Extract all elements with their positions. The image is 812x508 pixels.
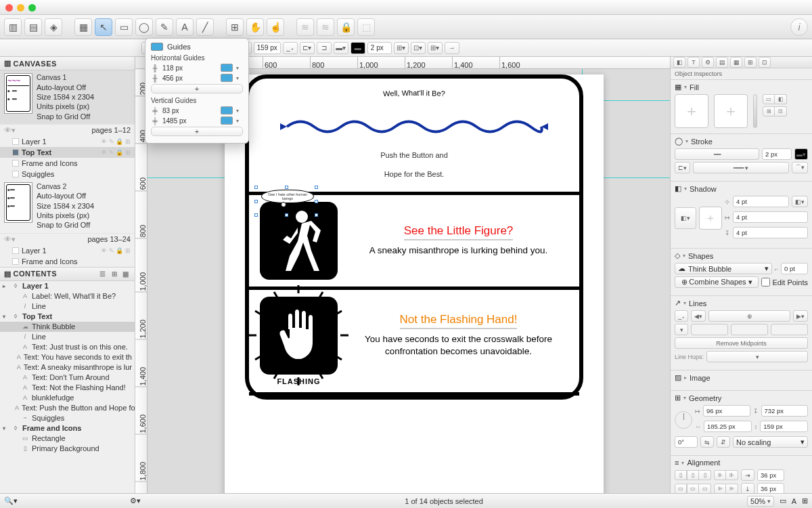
- tool-contents-icon[interactable]: ▤: [24, 18, 42, 36]
- shadow-color[interactable]: ＋: [699, 207, 722, 230]
- guide-color-swatch[interactable]: [151, 43, 163, 51]
- outline-item[interactable]: ▾◊Frame and Icons: [0, 423, 135, 433]
- text-tool-icon[interactable]: A: [792, 497, 796, 505]
- tab-grid-icon[interactable]: ⊞: [744, 57, 757, 68]
- tool-shape-icon[interactable]: ◯: [135, 18, 153, 36]
- layer-item[interactable]: Frame and Icons: [0, 158, 135, 169]
- tool-style-icon[interactable]: ▦: [74, 18, 92, 36]
- line-type-icon[interactable]: ⎯▾: [675, 310, 688, 322]
- fmt-cap-icon[interactable]: ⊐: [317, 42, 332, 54]
- add-guide-button[interactable]: +: [151, 127, 243, 136]
- layer-item[interactable]: Top Text👁 ✎ 🔒 ⊞: [0, 147, 135, 158]
- tab-stencil-icon[interactable]: ⊡: [759, 57, 771, 68]
- canvas-page[interactable]: Well, What'll it Be? Push the Button and…: [225, 75, 604, 493]
- fmt-opt2-icon[interactable]: ⊡▾: [411, 42, 426, 54]
- tool-grid-icon[interactable]: ⊞: [226, 18, 244, 36]
- outline-item[interactable]: AText: You have seconds to exit th: [0, 352, 135, 362]
- spacing-v-icon[interactable]: ⤓: [741, 483, 754, 493]
- spacing-v-field[interactable]: 36 px: [757, 483, 784, 493]
- tool-text-icon[interactable]: A: [176, 18, 194, 36]
- outline-item[interactable]: ALabel: Well, What'll it Be?: [0, 291, 135, 301]
- guide-row[interactable]: ╫118 px▾: [151, 64, 243, 72]
- stroke-width-field[interactable]: 2 px: [762, 148, 792, 160]
- corner-field[interactable]: 0 pt: [781, 263, 808, 274]
- minimize-icon[interactable]: [17, 4, 24, 12]
- tool-pen-icon[interactable]: ✎: [156, 18, 173, 36]
- geo-x-field[interactable]: 96 px: [703, 405, 750, 417]
- selection-handles[interactable]: [256, 187, 317, 215]
- stroke-pos-icon[interactable]: ⊏▾: [675, 162, 690, 173]
- guide-color-icon[interactable]: [221, 106, 233, 114]
- tab-prop-icon[interactable]: ⚙: [702, 57, 714, 68]
- fill-swatch[interactable]: ＋: [714, 94, 748, 128]
- outline-item[interactable]: AText: A sneaky misanthrope is lur: [0, 362, 135, 373]
- sign-frame[interactable]: Well, What'll it Be? Push the Button and…: [245, 75, 583, 400]
- fmt-seg-icon[interactable]: ⎯▾: [283, 42, 298, 54]
- guide-row[interactable]: ╪1485 px▾: [151, 117, 243, 125]
- zoom-icon[interactable]: [28, 4, 36, 12]
- tool-line-icon[interactable]: ╱: [196, 18, 214, 36]
- geo-w-field[interactable]: 185.25 px: [704, 421, 752, 432]
- canvas-item-1[interactable]: ~~~▪ ━▪ ━ Canvas 1 Auto-layout Off Size …: [0, 70, 135, 125]
- tool-rect-icon[interactable]: ▭: [115, 18, 133, 36]
- spacing-h-field[interactable]: 36 px: [757, 469, 784, 481]
- guide-color-icon[interactable]: [221, 117, 233, 125]
- outline-item[interactable]: ▾◊Top Text: [0, 312, 135, 322]
- traffic-lights[interactable]: [5, 4, 36, 12]
- layer-item[interactable]: Layer 1👁 ✎ 🔒 ⊞: [0, 136, 135, 147]
- tool-back-icon[interactable]: ≋: [317, 18, 334, 36]
- add-icon-statusbar[interactable]: ⊞: [802, 496, 808, 505]
- line-mid-icon[interactable]: ⊕: [708, 310, 790, 322]
- shape-picker[interactable]: ☁Think Bubble▾: [675, 263, 772, 274]
- shadow-dy-field[interactable]: 4 pt: [733, 227, 808, 238]
- tool-info-icon[interactable]: i: [790, 18, 808, 36]
- shadow-blur-field[interactable]: 4 pt: [733, 196, 789, 207]
- shadow-opt[interactable]: ◧▾: [792, 196, 808, 207]
- tab-canvas-icon[interactable]: ▤: [716, 57, 728, 68]
- layer-item[interactable]: Layer 1👁 ✎ 🔒 ⊞: [0, 245, 135, 256]
- fmt-opt3-icon[interactable]: ⊞▾: [428, 42, 443, 54]
- hand-pictogram[interactable]: [260, 297, 338, 375]
- outline-item[interactable]: /Line: [0, 301, 135, 312]
- rotation-dial[interactable]: [675, 411, 692, 429]
- view-grid-icon[interactable]: ⊞: [110, 269, 119, 278]
- canvas-item-2[interactable]: ▪━▪━▪━ Canvas 2 Auto-layout Off Size 158…: [0, 179, 135, 234]
- scaling-dd[interactable]: No scaling▾: [733, 436, 808, 448]
- tool-canvases-icon[interactable]: ▥: [4, 18, 22, 36]
- flip-h-icon[interactable]: ⇋: [700, 436, 714, 448]
- view-icons-icon[interactable]: ▦: [121, 269, 131, 278]
- fmt-join-icon[interactable]: ⊏▾: [300, 42, 315, 54]
- fill-swatch[interactable]: ＋: [675, 94, 708, 128]
- outline-item[interactable]: AText: Just trust is on this one.: [0, 342, 135, 352]
- layer-item[interactable]: Squiggles: [0, 169, 135, 179]
- line-opt-icon[interactable]: ▾: [675, 324, 688, 335]
- remove-midpoints-button[interactable]: Remove Midpoints: [675, 337, 808, 349]
- guides-popover[interactable]: Guides Horizontal Guides ╫118 px▾ ╫456 p…: [145, 38, 249, 144]
- presentation-icon[interactable]: ▭: [780, 496, 786, 505]
- align-h-seg[interactable]: ▯▯▯: [675, 470, 711, 480]
- tool-group-icon[interactable]: ⬚: [357, 18, 375, 36]
- close-icon[interactable]: [5, 4, 13, 12]
- fmt-opt1-icon[interactable]: ⊞▾: [394, 42, 409, 54]
- outline-item[interactable]: ~Squiggles: [0, 413, 135, 423]
- fmt-arrow-icon[interactable]: →: [445, 42, 459, 54]
- geo-y-field[interactable]: 732 px: [761, 405, 809, 417]
- tool-hand-icon[interactable]: ✋: [246, 18, 264, 36]
- fmt-y-field[interactable]: 159 px: [254, 42, 281, 54]
- opacity-slider[interactable]: [753, 94, 757, 128]
- outline-item[interactable]: AText: Not the Flashing Hand!: [0, 383, 135, 393]
- guide-row[interactable]: ╪83 px▾: [151, 106, 243, 114]
- guide-row[interactable]: ╫456 px▾: [151, 74, 243, 82]
- outline-item[interactable]: ▸◊Layer 1: [0, 281, 135, 291]
- tab-object-icon[interactable]: ◧: [673, 57, 685, 68]
- line-hops-dd[interactable]: ▾: [706, 351, 808, 362]
- tool-select-icon[interactable]: ↖: [95, 18, 112, 36]
- tab-doc-icon[interactable]: ▦: [730, 57, 742, 68]
- shadow-toggle[interactable]: ◧▾: [675, 207, 696, 229]
- dist-h-seg[interactable]: ⊪⊪: [714, 470, 738, 480]
- geo-h-field[interactable]: 159 px: [760, 421, 808, 432]
- walk-pictogram[interactable]: Gee I hate other human beings: [260, 202, 338, 280]
- stroke-dash-icon[interactable]: ━━━ ▾: [693, 162, 789, 173]
- search-icon[interactable]: 🔍▾: [4, 496, 18, 505]
- view-list-icon[interactable]: ☰: [98, 269, 108, 278]
